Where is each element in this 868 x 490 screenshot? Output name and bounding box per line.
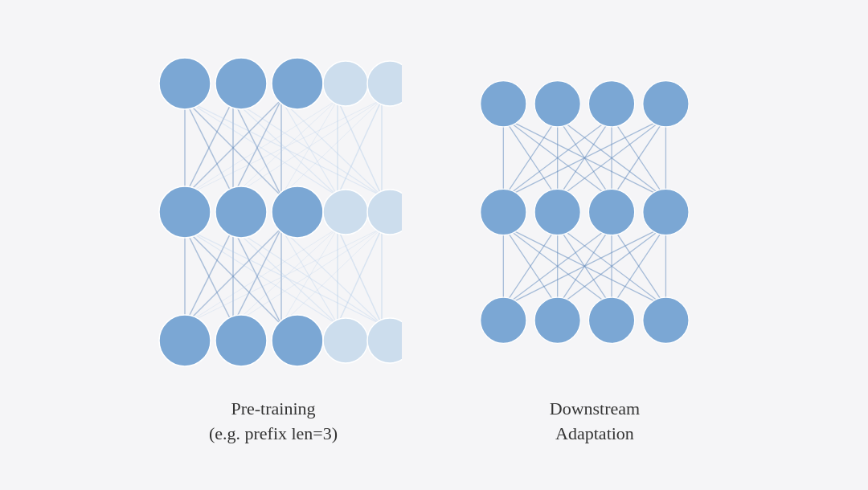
svg-point-102 [534, 190, 580, 235]
svg-point-103 [588, 190, 634, 235]
pre-training-network [145, 43, 402, 381]
svg-point-58 [323, 190, 368, 235]
svg-point-100 [643, 81, 689, 127]
svg-point-107 [588, 297, 634, 343]
svg-point-60 [159, 315, 211, 366]
svg-point-104 [643, 190, 689, 235]
svg-point-106 [534, 297, 580, 343]
pre-training-diagram: Pre-training (e.g. prefix len=3) [145, 43, 402, 447]
svg-point-101 [481, 190, 526, 235]
svg-point-61 [215, 315, 267, 366]
svg-point-57 [272, 186, 323, 238]
svg-point-53 [323, 61, 368, 106]
svg-point-64 [367, 318, 402, 363]
svg-point-54 [367, 61, 402, 106]
svg-point-55 [159, 186, 211, 238]
svg-point-99 [588, 81, 634, 127]
main-container: Pre-training (e.g. prefix len=3) [0, 0, 868, 490]
svg-point-51 [215, 58, 267, 109]
downstream-diagram: Downstream Adaptation [466, 43, 723, 447]
pre-training-label: Pre-training (e.g. prefix len=3) [209, 397, 338, 447]
svg-point-50 [159, 58, 211, 109]
svg-point-63 [323, 318, 368, 363]
svg-point-97 [481, 81, 526, 127]
svg-point-62 [272, 315, 323, 366]
svg-point-59 [367, 190, 402, 235]
svg-point-56 [215, 186, 267, 238]
svg-point-108 [643, 297, 689, 343]
svg-point-105 [481, 297, 526, 343]
downstream-network [466, 43, 723, 381]
svg-point-52 [272, 58, 323, 109]
svg-point-98 [534, 81, 580, 127]
downstream-label: Downstream Adaptation [550, 397, 640, 447]
